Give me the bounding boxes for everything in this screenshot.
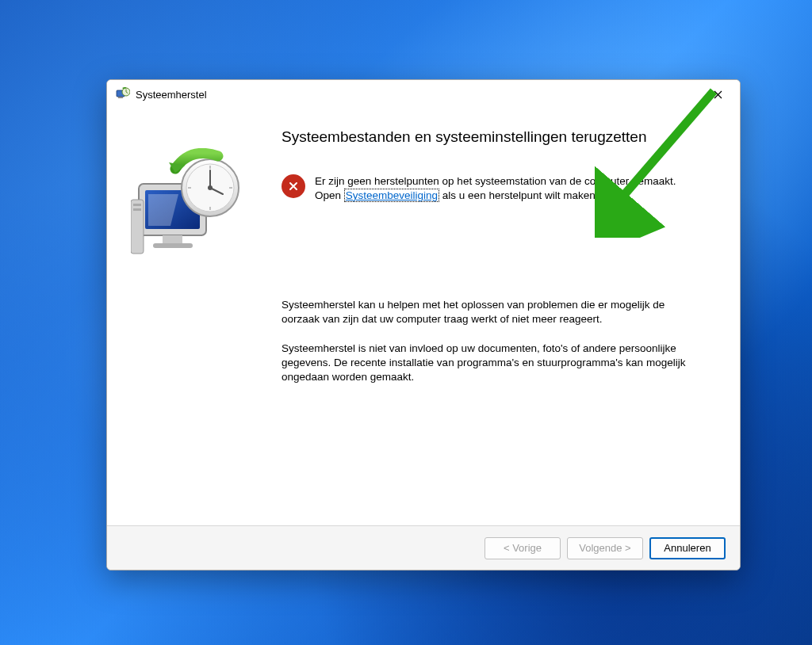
error-message: Er zijn geen herstelpunten op het systee… [282, 174, 695, 203]
svg-point-14 [208, 185, 213, 190]
svg-rect-7 [131, 200, 144, 254]
svg-rect-1 [118, 97, 123, 98]
info-paragraph-2: Systeemherstel is niet van invloed op uw… [282, 342, 695, 385]
previous-button[interactable]: < Vorige [485, 537, 561, 559]
svg-rect-9 [133, 208, 141, 211]
close-button[interactable] [700, 82, 735, 106]
svg-rect-5 [163, 235, 182, 243]
info-paragraph-1: Systeemherstel kan u helpen met het oplo… [282, 298, 695, 326]
system-protection-link[interactable]: Systeembeveiliging [344, 189, 439, 202]
content-pane: Systeembestanden en systeeminstellingen … [282, 109, 740, 525]
dialog-body: Systeembestanden en systeeminstellingen … [107, 109, 740, 525]
cancel-button[interactable]: Annuleren [649, 537, 726, 559]
system-restore-dialog: Systeemherstel [106, 79, 741, 571]
error-icon [282, 174, 305, 198]
error-text-after: als u een herstelpunt wilt maken. [439, 189, 598, 201]
error-text: Er zijn geen herstelpunten op het systee… [315, 174, 695, 203]
page-heading: Systeembestanden en systeeminstellingen … [282, 128, 695, 147]
titlebar[interactable]: Systeemherstel [107, 80, 740, 109]
svg-rect-6 [153, 243, 193, 248]
next-button[interactable]: Volgende > [567, 537, 643, 559]
app-icon [115, 86, 131, 102]
svg-rect-8 [133, 204, 141, 206]
button-bar: < Vorige Volgende > Annuleren [107, 525, 740, 570]
wizard-graphic [107, 109, 282, 525]
window-title: Systeemherstel [136, 89, 700, 101]
